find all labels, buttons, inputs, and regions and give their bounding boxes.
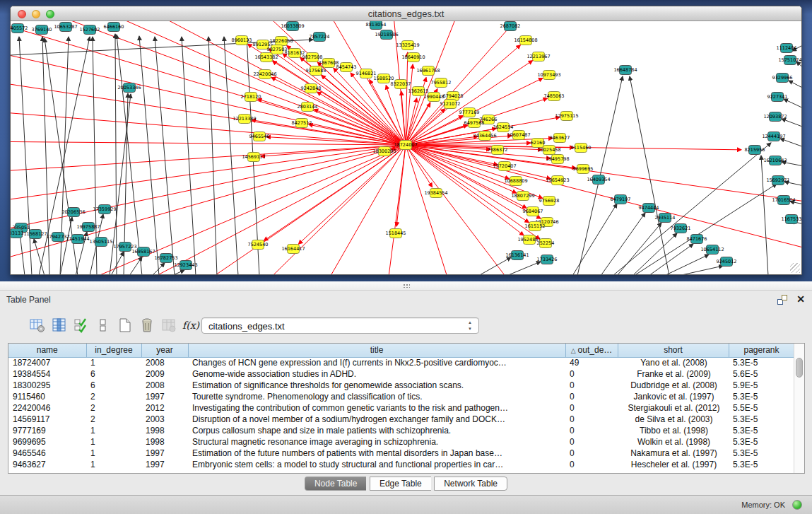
cell-name[interactable]: 9115460 bbox=[8, 391, 86, 402]
cell-year[interactable]: 1998 bbox=[141, 436, 188, 448]
cell-in_degree[interactable]: 1 bbox=[86, 436, 141, 448]
panel-splitter[interactable] bbox=[0, 281, 812, 291]
cell-title[interactable]: Tourette syndrome. Phenomenology and cla… bbox=[188, 391, 565, 402]
cell-out_degree[interactable]: 0 bbox=[565, 436, 618, 448]
cell-out_degree[interactable]: 0 bbox=[565, 402, 618, 414]
function-builder-icon[interactable]: f(x) bbox=[182, 315, 200, 335]
cell-out_degree[interactable]: 0 bbox=[565, 391, 618, 402]
cell-name[interactable]: 22420046 bbox=[8, 402, 86, 414]
tab-edge-table[interactable]: Edge Table bbox=[370, 477, 431, 491]
scrollbar-thumb[interactable] bbox=[796, 358, 803, 378]
column-header-in_degree[interactable]: in_degree bbox=[86, 344, 141, 357]
cell-name[interactable]: 9463627 bbox=[8, 459, 86, 470]
cell-name[interactable]: 9465546 bbox=[8, 448, 86, 459]
cell-out_degree[interactable]: 0 bbox=[565, 414, 618, 425]
network-graph-canvas[interactable]: 8960123891295518226058982750381816329827… bbox=[11, 21, 801, 274]
cell-title[interactable]: Corpus callosum shape and size in male p… bbox=[188, 425, 565, 436]
cell-short[interactable]: Jankovic et al. (1997) bbox=[618, 391, 729, 402]
float-panel-icon[interactable] bbox=[777, 294, 788, 305]
cell-year[interactable]: 2009 bbox=[141, 368, 188, 380]
cell-year[interactable]: 2003 bbox=[141, 414, 188, 425]
cell-out_degree[interactable]: 0 bbox=[565, 368, 618, 380]
cell-title[interactable]: Disruption of a novel member of a sodium… bbox=[188, 414, 565, 425]
cell-title[interactable]: Embryonic stem cells: a model to study s… bbox=[188, 459, 565, 470]
cell-out_degree[interactable]: 0 bbox=[565, 459, 618, 470]
tab-network-table[interactable]: Network Table bbox=[434, 477, 507, 491]
cell-out_degree[interactable]: 0 bbox=[565, 448, 618, 459]
cell-name[interactable]: 19384554 bbox=[8, 368, 86, 380]
cell-name[interactable]: 18724007 bbox=[8, 357, 86, 368]
cell-year[interactable]: 2008 bbox=[141, 357, 188, 368]
cell-year[interactable]: 1997 bbox=[141, 448, 188, 459]
table-row[interactable]: 969969511998Structural magnetic resonanc… bbox=[8, 436, 794, 448]
cell-short[interactable]: Franke et al. (2009) bbox=[618, 368, 729, 380]
delete-column-icon[interactable] bbox=[138, 315, 156, 335]
table-row[interactable]: 946362711997Embryonic stem cells: a mode… bbox=[8, 459, 794, 470]
cell-in_degree[interactable]: 1 bbox=[86, 357, 141, 368]
cell-short[interactable]: de Silva et al. (2003) bbox=[618, 414, 729, 425]
column-header-short[interactable]: short bbox=[618, 344, 729, 357]
cell-name[interactable]: 9699695 bbox=[8, 436, 86, 448]
cell-title[interactable]: Estimation of the future numbers of pati… bbox=[188, 448, 565, 459]
network-view[interactable]: 8960123891295518226058982750381816329827… bbox=[11, 21, 801, 274]
network-window[interactable]: citations_edges.txt 89601238912955182260… bbox=[10, 6, 802, 275]
cell-out_degree[interactable]: 0 bbox=[565, 380, 618, 391]
cell-pagerank[interactable]: 5.3E-5 bbox=[729, 459, 794, 470]
column-header-pagerank[interactable]: pagerank bbox=[729, 344, 794, 357]
close-panel-icon[interactable]: ✕ bbox=[796, 293, 805, 305]
column-visibility-icon[interactable] bbox=[50, 315, 69, 335]
cell-title[interactable]: Investigating the contribution of common… bbox=[188, 402, 565, 414]
cell-name[interactable]: 9777169 bbox=[8, 425, 86, 436]
cell-year[interactable]: 1997 bbox=[141, 459, 188, 470]
cell-short[interactable]: Dudbridge et al. (2008) bbox=[618, 380, 729, 391]
cell-out_degree[interactable]: 49 bbox=[565, 357, 618, 368]
cell-short[interactable]: Wolkin et al. (1998) bbox=[618, 436, 729, 448]
column-header-name[interactable]: name bbox=[8, 344, 86, 357]
cell-in_degree[interactable]: 1 bbox=[86, 425, 141, 436]
column-header-out_degree[interactable]: △out_de… bbox=[565, 344, 618, 357]
cell-pagerank[interactable]: 5.6E-5 bbox=[729, 368, 794, 380]
window-titlebar[interactable]: citations_edges.txt bbox=[11, 6, 801, 21]
table-row[interactable]: 1938455462009Genome-wide association stu… bbox=[8, 368, 794, 380]
cell-name[interactable]: 14569117 bbox=[8, 414, 86, 425]
tab-node-table[interactable]: Node Table bbox=[305, 477, 367, 491]
table-row[interactable]: 946554611997Estimation of the future num… bbox=[8, 448, 794, 459]
cell-pagerank[interactable]: 5.3E-5 bbox=[729, 436, 794, 448]
cell-name[interactable]: 18300295 bbox=[8, 380, 86, 391]
cell-in_degree[interactable]: 2 bbox=[86, 391, 141, 402]
cell-in_degree[interactable]: 2 bbox=[86, 414, 141, 425]
table-row[interactable]: 977716911998Corpus callosum shape and si… bbox=[8, 425, 794, 436]
cell-pagerank[interactable]: 5.3E-5 bbox=[729, 391, 794, 402]
cell-pagerank[interactable]: 5.9E-5 bbox=[729, 380, 794, 391]
cell-year[interactable]: 2008 bbox=[141, 380, 188, 391]
cell-short[interactable]: Stergiakouli et al. (2012) bbox=[618, 402, 729, 414]
column-header-year[interactable]: year bbox=[141, 344, 188, 357]
cell-short[interactable]: Nakamura et al. (1997) bbox=[618, 448, 729, 459]
cell-year[interactable]: 1998 bbox=[141, 425, 188, 436]
table-row[interactable]: 1872400712008Changes of HCN gene express… bbox=[8, 357, 794, 368]
delete-table-icon[interactable] bbox=[160, 315, 178, 335]
cell-pagerank[interactable]: 5.3E-5 bbox=[729, 357, 794, 368]
cell-out_degree[interactable]: 0 bbox=[565, 425, 618, 436]
table-selector[interactable]: citations_edges.txt ▲▼ bbox=[201, 317, 479, 334]
table-scrollbar[interactable] bbox=[794, 344, 804, 473]
cell-in_degree[interactable]: 1 bbox=[86, 448, 141, 459]
cell-title[interactable]: Changes of HCN gene expression and I(f) … bbox=[188, 357, 565, 368]
splitter-handle-icon[interactable] bbox=[403, 284, 410, 288]
table-row[interactable]: 1830029562008Estimation of significance … bbox=[8, 380, 794, 391]
select-columns-icon[interactable] bbox=[72, 315, 90, 335]
table-settings-icon[interactable] bbox=[28, 315, 47, 335]
cell-in_degree[interactable]: 6 bbox=[86, 368, 141, 380]
cell-in_degree[interactable]: 1 bbox=[86, 459, 141, 470]
cell-title[interactable]: Structural magnetic resonance image aver… bbox=[188, 436, 565, 448]
table-row[interactable]: 2242004622012Investigating the contribut… bbox=[8, 402, 794, 414]
table-row[interactable]: 911546021997Tourette syndrome. Phenomeno… bbox=[8, 391, 794, 402]
cell-title[interactable]: Genome-wide association studies in ADHD. bbox=[188, 368, 565, 380]
column-header-title[interactable]: title bbox=[188, 344, 565, 357]
cell-pagerank[interactable]: 5.3E-5 bbox=[729, 414, 794, 425]
cell-pagerank[interactable]: 5.5E-5 bbox=[729, 402, 794, 414]
cell-title[interactable]: Estimation of significance thresholds fo… bbox=[188, 380, 565, 391]
cell-pagerank[interactable]: 5.3E-5 bbox=[729, 448, 794, 459]
table-row[interactable]: 1456911722003Disruption of a novel membe… bbox=[8, 414, 794, 425]
cell-pagerank[interactable]: 5.3E-5 bbox=[729, 425, 794, 436]
